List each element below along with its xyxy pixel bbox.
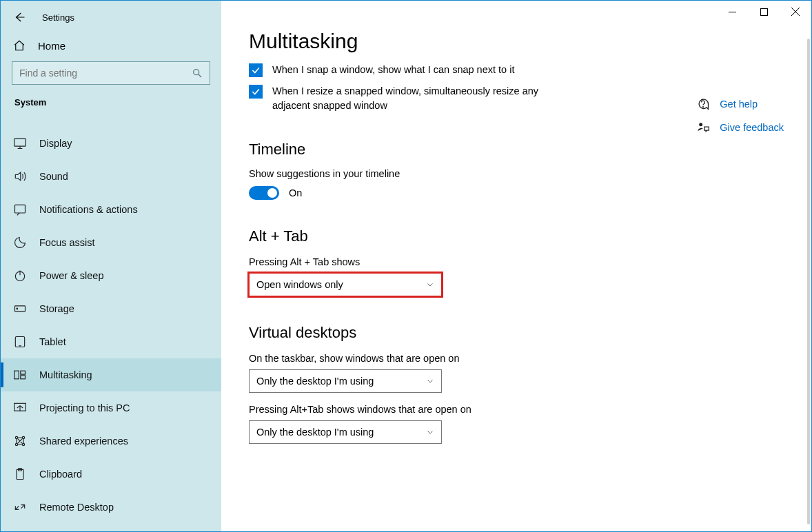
section-timeline: Timeline	[249, 141, 784, 158]
checkbox-icon	[249, 63, 263, 77]
get-help-link[interactable]: Get help	[720, 99, 758, 110]
tablet-icon	[13, 335, 27, 349]
maximize-button[interactable]	[748, 1, 780, 23]
sidebar-item-shared[interactable]: Shared experiences	[1, 424, 221, 458]
minimize-button[interactable]	[716, 1, 748, 23]
sidebar-item-multitasking[interactable]: Multitasking	[1, 358, 221, 391]
section-virtual-desktops: Virtual desktops	[249, 324, 784, 342]
sidebar-item-projecting[interactable]: Projecting to this PC	[1, 391, 221, 424]
close-button[interactable]	[780, 1, 811, 23]
svg-rect-1	[14, 139, 26, 146]
svg-point-18	[703, 107, 704, 108]
sidebar-item-label: Display	[39, 138, 72, 149]
timeline-toggle-row: On	[249, 186, 784, 200]
svg-point-13	[15, 443, 17, 445]
svg-point-14	[22, 443, 24, 445]
svg-point-11	[15, 436, 17, 438]
virtual-taskbar-label: On the taskbar, show windows that are op…	[249, 353, 784, 364]
sound-icon	[13, 170, 27, 183]
chevron-down-icon	[426, 377, 434, 385]
sidebar-item-label: Clipboard	[39, 469, 82, 480]
search-input[interactable]	[19, 68, 192, 79]
svg-point-5	[17, 308, 18, 309]
clipboard-icon	[13, 467, 27, 481]
sidebar-item-label: Power & sleep	[39, 270, 104, 281]
help-icon	[696, 97, 710, 111]
search-container	[1, 61, 221, 97]
get-help-row[interactable]: Get help	[696, 97, 784, 111]
sidebar-home[interactable]: Home	[1, 34, 221, 61]
checkbox-icon	[249, 85, 263, 99]
give-feedback-link[interactable]: Give feedback	[720, 122, 784, 133]
moon-icon	[13, 236, 27, 249]
alttab-dropdown[interactable]: Open windows only	[249, 273, 442, 296]
virtual-taskbar-value: Only the desktop I'm using	[256, 376, 374, 387]
chevron-down-icon	[426, 428, 434, 436]
share-icon	[13, 434, 27, 448]
svg-rect-2	[15, 205, 26, 213]
svg-rect-17	[760, 8, 767, 15]
sidebar-item-storage[interactable]: Storage	[1, 292, 221, 325]
sidebar-item-focus[interactable]: Focus assist	[1, 226, 221, 259]
sidebar-item-label: Projecting to this PC	[39, 402, 130, 413]
svg-rect-8	[21, 371, 26, 374]
svg-point-12	[22, 436, 24, 438]
window-controls	[716, 1, 811, 23]
sidebar-item-remote[interactable]: Remote Desktop	[1, 491, 221, 524]
search-box[interactable]	[12, 61, 210, 85]
virtual-alttab-dropdown[interactable]: Only the desktop I'm using	[249, 420, 442, 444]
virtual-taskbar-dropdown[interactable]: Only the desktop I'm using	[249, 369, 442, 393]
sidebar-item-label: Tablet	[39, 336, 66, 347]
project-icon	[13, 401, 27, 415]
sidebar-item-label: Notifications & actions	[39, 204, 138, 215]
sidebar-item-clipboard[interactable]: Clipboard	[1, 458, 221, 491]
svg-rect-9	[21, 376, 26, 379]
sidebar-item-tablet[interactable]: Tablet	[1, 325, 221, 358]
sidebar-item-label: Focus assist	[39, 237, 95, 248]
timeline-toggle[interactable]	[249, 186, 279, 200]
svg-point-0	[194, 70, 199, 75]
sidebar-item-notifications[interactable]: Notifications & actions	[1, 193, 221, 226]
remote-icon	[13, 500, 27, 514]
virtual-alttab-value: Only the desktop I'm using	[256, 427, 374, 438]
multitask-icon	[13, 368, 27, 382]
sidebar: Settings Home System DisplaySoundNotific…	[1, 1, 221, 531]
search-icon	[192, 68, 203, 79]
alttab-label: Pressing Alt + Tab shows	[249, 256, 784, 267]
give-feedback-row[interactable]: Give feedback	[696, 121, 784, 134]
sidebar-item-sound[interactable]: Sound	[1, 160, 221, 193]
monitor-icon	[13, 136, 27, 150]
sidebar-item-power[interactable]: Power & sleep	[1, 259, 221, 292]
timeline-toggle-state: On	[289, 187, 302, 198]
power-icon	[13, 269, 27, 283]
alttab-value: Open windows only	[256, 279, 343, 290]
content-scroll[interactable]: Multitasking When I snap a window, show …	[221, 1, 811, 531]
home-label: Home	[38, 40, 65, 52]
snap-check-1[interactable]: When I snap a window, show what I can sn…	[249, 63, 784, 77]
chevron-down-icon	[426, 280, 434, 289]
home-icon	[13, 39, 26, 52]
nav-list: DisplaySoundNotifications & actionsFocus…	[1, 127, 221, 524]
app-name: Settings	[42, 12, 74, 23]
main-area: Multitasking When I snap a window, show …	[221, 1, 811, 531]
sidebar-item-label: Sound	[39, 171, 68, 182]
scrollbar[interactable]	[807, 39, 810, 524]
sidebar-header: Settings	[1, 1, 221, 34]
feedback-icon	[696, 121, 710, 134]
snap-check-2-label: When I resize a snapped window, simultan…	[272, 84, 562, 113]
svg-point-19	[699, 123, 702, 126]
sidebar-item-display[interactable]: Display	[1, 127, 221, 160]
virtual-alttab-label: Pressing Alt+Tab shows windows that are …	[249, 404, 784, 415]
help-column: Get help Give feedback	[696, 97, 784, 134]
back-button[interactable]	[13, 11, 26, 23]
sidebar-item-label: Remote Desktop	[39, 502, 114, 513]
page-title: Multitasking	[249, 30, 784, 53]
storage-icon	[13, 302, 27, 316]
notification-icon	[13, 203, 27, 216]
settings-window: Settings Home System DisplaySoundNotific…	[0, 0, 812, 532]
sidebar-item-label: Storage	[39, 303, 74, 314]
sidebar-item-label: Multitasking	[39, 369, 92, 380]
section-alttab: Alt + Tab	[249, 227, 784, 245]
snap-check-1-label: When I snap a window, show what I can sn…	[272, 63, 514, 77]
sidebar-item-label: Shared experiences	[39, 436, 128, 447]
